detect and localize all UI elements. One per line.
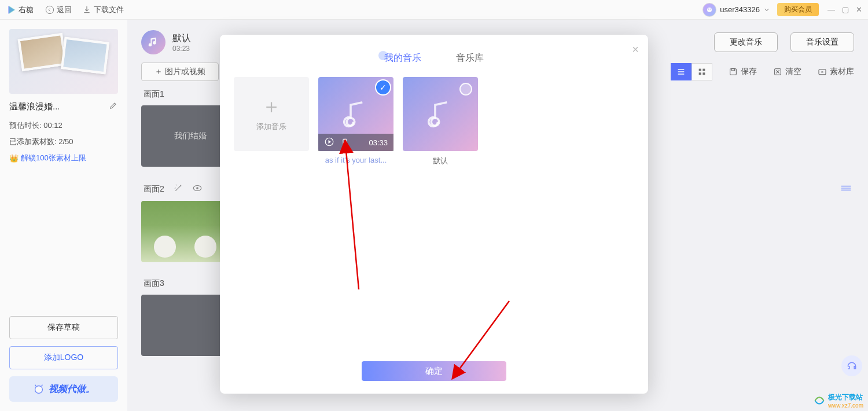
music-modal: × 我的音乐 音乐库 ＋ 添加音乐 ✓ 03 [220, 35, 648, 394]
modal-close-button[interactable]: × [632, 43, 639, 56]
add-music-card[interactable]: ＋ 添加音乐 [234, 77, 309, 151]
add-music-label: 添加音乐 [256, 122, 286, 132]
music-item-2[interactable]: 默认 [403, 77, 478, 166]
play-button[interactable] [324, 137, 334, 149]
music-item-label: as if it's your last... [318, 156, 393, 164]
music-item-label: 默认 [403, 156, 478, 166]
tab-music-library[interactable]: 音乐库 [455, 50, 485, 67]
svg-marker-20 [329, 140, 332, 144]
headset-icon [846, 360, 858, 372]
trash-icon [340, 137, 350, 146]
selected-check-icon: ✓ [376, 80, 390, 94]
tab-my-music[interactable]: 我的音乐 [383, 50, 422, 67]
unselected-ring-icon [459, 83, 472, 96]
confirm-button[interactable]: 确定 [362, 361, 506, 381]
music-item-1[interactable]: ✓ 03:33 as if it's your last... [318, 77, 393, 164]
svg-line-24 [458, 301, 509, 370]
watermark: 极光下载站 www.xz7.com [813, 392, 863, 409]
help-button[interactable] [841, 355, 862, 376]
svg-line-23 [346, 151, 359, 289]
plus-icon: ＋ [262, 96, 281, 116]
music-duration: 03:33 [369, 138, 388, 147]
delete-button[interactable] [340, 137, 350, 148]
modal-overlay: × 我的音乐 音乐库 ＋ 添加音乐 ✓ 03 [0, 0, 868, 411]
watermark-icon [813, 394, 826, 407]
play-icon [324, 137, 334, 147]
